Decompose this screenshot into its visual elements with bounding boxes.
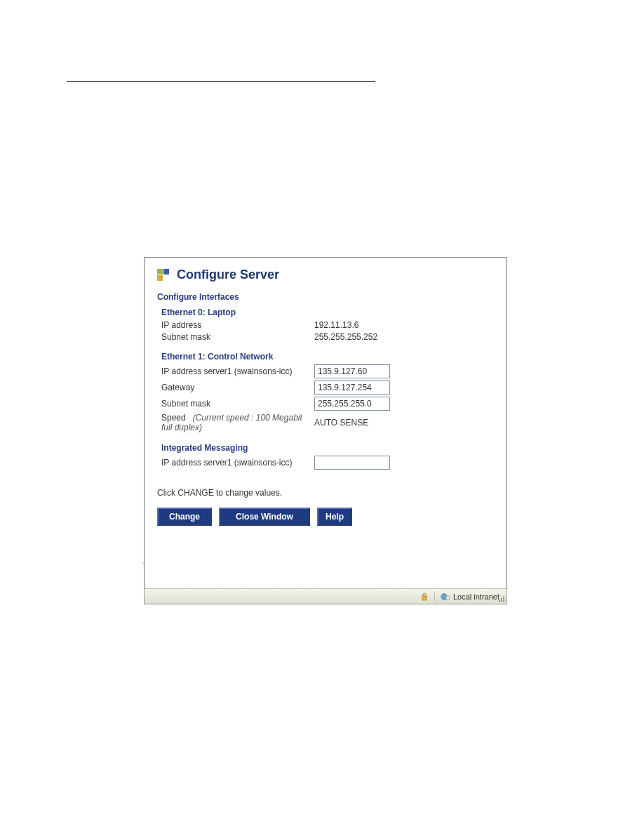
eth1-speed-label: Speed	[161, 413, 186, 423]
configure-server-window: Configure Server Configure Interfaces Et…	[144, 257, 507, 604]
eth0-heading: Ethernet 0: Laptop	[161, 307, 494, 317]
eth0-mask-value: 255.255.255.252	[314, 332, 377, 342]
eth1-ip-row: IP address server1 (swainsons-icc)	[161, 364, 494, 378]
help-button[interactable]: Help	[317, 508, 352, 526]
header-divider	[67, 81, 375, 82]
page-title: Configure Server	[177, 267, 279, 282]
change-button[interactable]: Change	[157, 508, 212, 526]
svg-rect-2	[446, 596, 450, 600]
eth1-mask-row: Subnet mask	[161, 397, 494, 411]
im-ip-label: IP address server1 (swainsons-icc)	[161, 458, 314, 468]
status-bar: Local intranet	[145, 588, 507, 604]
eth1-mask-label: Subnet mask	[161, 399, 314, 409]
eth0-ip-row: IP address 192.11.13.6	[161, 320, 494, 330]
button-row: Change Close Window Help	[157, 508, 494, 526]
eth1-heading: Ethernet 1: Control Network	[161, 352, 494, 362]
close-window-button[interactable]: Close Window	[219, 508, 310, 526]
security-zone-label: Local intranet	[453, 593, 499, 601]
eth1-speed-value: AUTO SENSE	[314, 418, 368, 428]
eth0-ip-label: IP address	[161, 320, 314, 330]
eth0-mask-row: Subnet mask 255.255.255.252	[161, 332, 494, 342]
eth1-gateway-input[interactable]	[314, 380, 390, 395]
im-ip-input[interactable]	[314, 456, 390, 470]
im-ip-row: IP address server1 (swainsons-icc)	[161, 456, 494, 470]
eth1-gateway-label: Gateway	[161, 383, 314, 392]
eth1-mask-input[interactable]	[314, 397, 390, 411]
eth1-speed-row: Speed (Current speed : 100 Megabit full …	[161, 413, 494, 433]
svg-rect-0	[422, 596, 427, 600]
eth1-ip-label: IP address server1 (swainsons-icc)	[161, 366, 314, 376]
intranet-zone-icon	[441, 593, 450, 601]
resize-grip-icon[interactable]	[497, 594, 505, 602]
eth0-mask-label: Subnet mask	[161, 332, 314, 342]
section-configure-interfaces: Configure Interfaces	[157, 292, 494, 302]
eth1-ip-input[interactable]	[314, 364, 390, 378]
instruction-text: Click CHANGE to change values.	[157, 488, 494, 498]
eth1-gateway-row: Gateway	[161, 380, 494, 395]
eth0-ip-value: 192.11.13.6	[314, 320, 358, 330]
app-logo-icon	[157, 269, 170, 282]
statusbar-separator	[434, 592, 435, 602]
integrated-messaging-heading: Integrated Messaging	[161, 443, 494, 453]
lock-icon	[420, 593, 429, 601]
